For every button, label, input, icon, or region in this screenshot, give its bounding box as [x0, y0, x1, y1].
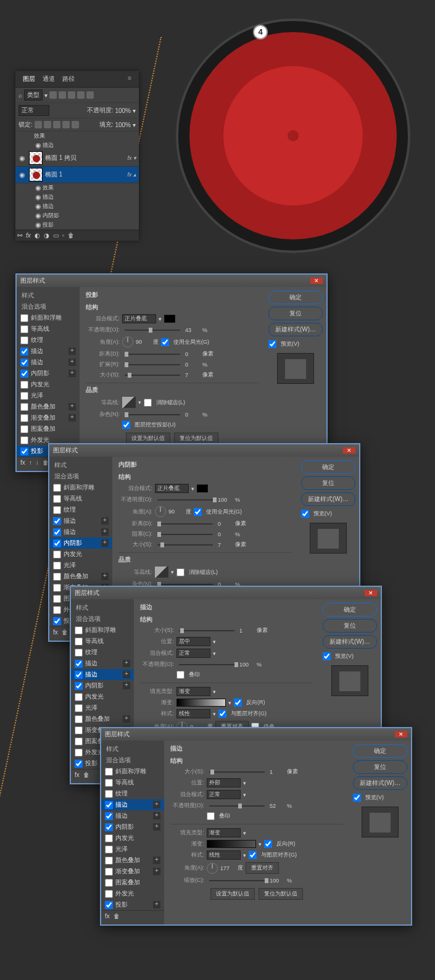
- contour-picker[interactable]: [155, 567, 168, 578]
- angle-dial[interactable]: [155, 506, 166, 517]
- dialog-titlebar[interactable]: 图层样式✕: [17, 275, 326, 287]
- newstyle-button[interactable]: 新建样式(W)…: [268, 323, 323, 336]
- dialog-titlebar[interactable]: 图层样式✕: [101, 728, 411, 741]
- side-stroke[interactable]: 描边+: [49, 515, 112, 526]
- side-outer-glow[interactable]: 外发光: [101, 888, 164, 899]
- side-stroke2[interactable]: 描边+: [49, 526, 112, 538]
- ok-button[interactable]: 确定: [323, 603, 377, 617]
- fx-menu-icon[interactable]: fx: [75, 771, 80, 778]
- reset-button[interactable]: 复位: [268, 307, 323, 320]
- angle-dial[interactable]: [207, 863, 218, 874]
- side-contour[interactable]: 等高线: [101, 777, 164, 788]
- up-icon[interactable]: ↑: [29, 459, 32, 466]
- side-stroke[interactable]: 描边+: [101, 799, 164, 810]
- blendmode-select[interactable]: 正片叠底: [155, 484, 189, 493]
- side-bevel[interactable]: 斜面和浮雕: [71, 625, 134, 636]
- side-bevel[interactable]: 斜面和浮雕: [49, 482, 112, 493]
- side-drop-shadow[interactable]: 投影+: [101, 899, 164, 910]
- side-satin[interactable]: 光泽: [101, 844, 164, 855]
- fx-stroke-top[interactable]: ◉描边: [15, 141, 139, 150]
- side-stroke2[interactable]: 描边+: [17, 357, 80, 368]
- alignlayer-check[interactable]: [218, 710, 226, 718]
- trash-icon[interactable]: 🗑: [68, 232, 74, 239]
- side-texture[interactable]: 纹理: [71, 647, 134, 658]
- side-inner-shadow[interactable]: 内阴影+: [101, 821, 164, 833]
- fx-link-icon[interactable]: fx ▴: [127, 172, 136, 178]
- overprint-check[interactable]: [176, 671, 184, 679]
- gradient-picker[interactable]: [176, 699, 226, 707]
- side-color-overlay[interactable]: 颜色叠加+: [71, 713, 134, 725]
- noise-slider[interactable]: [125, 414, 180, 415]
- newstyle-button[interactable]: 新建样式(W)…: [323, 635, 377, 649]
- fx-drop-shadow[interactable]: ◉投影: [15, 220, 139, 230]
- newstyle-button[interactable]: 新建样式(W)…: [353, 776, 407, 790]
- side-grad-overlay[interactable]: 渐变叠加+: [101, 866, 164, 877]
- ok-button[interactable]: 确定: [353, 744, 407, 758]
- dialog-titlebar[interactable]: 图层样式✕: [71, 587, 381, 599]
- link-icon[interactable]: ⚯: [17, 232, 22, 239]
- filltype-select[interactable]: 渐变: [207, 828, 241, 837]
- preview-check[interactable]: [353, 794, 361, 802]
- side-texture[interactable]: 纹理: [49, 504, 112, 515]
- size-slider[interactable]: [125, 375, 180, 376]
- side-patt-overlay[interactable]: 图案叠加: [101, 877, 164, 888]
- size-slider[interactable]: [209, 771, 265, 773]
- side-blendopt[interactable]: 混合选项: [17, 301, 80, 312]
- adjust-icon[interactable]: ◑: [44, 232, 49, 239]
- close-icon[interactable]: ✕: [365, 590, 377, 596]
- side-bevel[interactable]: 斜面和浮雕: [101, 766, 164, 777]
- side-bevel[interactable]: 斜面和浮雕: [17, 312, 80, 323]
- lock-pos-icon[interactable]: [53, 121, 60, 128]
- close-icon[interactable]: ✕: [343, 447, 355, 454]
- reverse-check[interactable]: [234, 699, 242, 707]
- tab-paths[interactable]: 路径: [59, 73, 78, 85]
- gradstyle-select[interactable]: 线性: [207, 850, 241, 860]
- opacity-slider[interactable]: [179, 664, 234, 665]
- side-satin[interactable]: 光泽: [49, 560, 112, 571]
- lock-artboard-icon[interactable]: [62, 121, 70, 128]
- side-contour[interactable]: 等高线: [17, 323, 80, 334]
- down-icon[interactable]: ↓: [36, 459, 39, 466]
- tab-channels[interactable]: 通道: [39, 73, 59, 85]
- overprint-check[interactable]: [207, 812, 215, 820]
- scale-slider[interactable]: [209, 880, 265, 881]
- blendmode-select[interactable]: 正常: [176, 649, 210, 658]
- side-stroke[interactable]: 描边+: [17, 346, 80, 357]
- side-inner-glow[interactable]: 内发光: [49, 549, 112, 560]
- dialog-titlebar[interactable]: 图层样式✕: [49, 444, 359, 457]
- resetdefault-button[interactable]: 复位为默认值: [259, 888, 303, 900]
- side-contour[interactable]: 等高线: [49, 493, 112, 504]
- gradstyle-select[interactable]: 线性: [176, 709, 210, 718]
- distance-slider[interactable]: [125, 354, 180, 355]
- side-texture[interactable]: 纹理: [101, 788, 164, 799]
- globallight-check[interactable]: [161, 338, 169, 346]
- resetalign-button[interactable]: 重置对齐: [246, 862, 279, 874]
- fx-menu-icon[interactable]: fx: [20, 459, 25, 466]
- side-inner-glow[interactable]: 内发光: [71, 691, 134, 702]
- side-color-overlay[interactable]: 颜色叠加+: [49, 571, 112, 582]
- opacity-slider[interactable]: [125, 330, 180, 331]
- side-stroke[interactable]: 描边+: [71, 658, 134, 669]
- fx-stroke-2[interactable]: ◉描边: [15, 202, 139, 211]
- alignlayer-check[interactable]: [249, 851, 257, 859]
- contour-picker[interactable]: [122, 397, 136, 408]
- blend-select[interactable]: 正常: [19, 105, 49, 116]
- color-swatch[interactable]: [197, 484, 208, 492]
- ok-button[interactable]: 确定: [301, 460, 355, 474]
- plus-icon[interactable]: +: [68, 370, 76, 377]
- position-select[interactable]: 外部: [207, 778, 241, 787]
- trash-icon[interactable]: 🗑: [114, 913, 120, 920]
- search-icon[interactable]: ⌕: [19, 92, 22, 99]
- filter-smart-icon[interactable]: [86, 91, 94, 99]
- filter-type-icon[interactable]: [68, 91, 75, 99]
- size-slider[interactable]: [179, 630, 234, 631]
- layer-ellipse-1[interactable]: ◉ 椭圆 1 fx ▴: [15, 167, 139, 183]
- new-icon[interactable]: ▫: [62, 232, 65, 239]
- noise-slider[interactable]: [157, 584, 213, 585]
- side-stroke2[interactable]: 描边+: [101, 810, 164, 821]
- close-icon[interactable]: ✕: [310, 278, 323, 284]
- fx-menu-icon[interactable]: fx: [53, 629, 58, 636]
- opacity-slider[interactable]: [157, 499, 213, 500]
- tab-layers[interactable]: 图层: [19, 73, 39, 85]
- setdefault-button[interactable]: 设置为默认值: [210, 888, 255, 900]
